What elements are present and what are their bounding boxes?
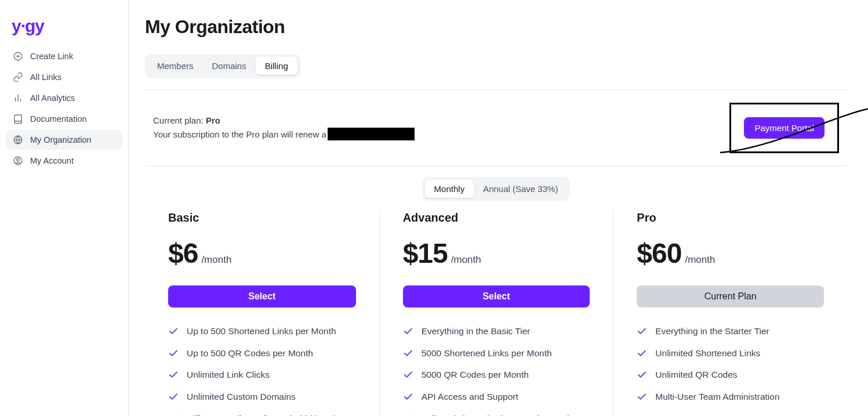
book-icon (13, 114, 23, 124)
feature-text: Everything in the Basic Tier (422, 325, 531, 338)
globe-icon (13, 135, 23, 145)
brand-logo: y·gy (6, 16, 122, 46)
feature-text: 5000 Shortened Links per Month (422, 347, 552, 360)
period-annual[interactable]: Annual (Save 33%) (474, 180, 567, 198)
user-circle-icon (13, 155, 23, 166)
check-icon (637, 370, 647, 380)
nav-documentation[interactable]: Documentation (6, 109, 122, 129)
tab-domains[interactable]: Domains (203, 57, 256, 75)
price-period: /month (451, 254, 481, 266)
current-plan-prefix: Current plan: (153, 115, 206, 125)
feature-text: Full Analytics Suite (Geography, Devices… (422, 413, 590, 416)
price: $15 (403, 237, 448, 269)
check-icon (637, 326, 647, 337)
feature-item: Full Analytics Suite (Geography, Devices… (403, 413, 590, 416)
feature-item: 5000 Shortened Links per Month (403, 347, 590, 360)
feature-text: 5000 QR Codes per Month (422, 368, 529, 381)
price: $6 (168, 237, 198, 269)
feature-text: Everything in the Starter Tier (655, 325, 769, 338)
feature-text: API Access and Support (422, 390, 518, 403)
price-period: /month (201, 254, 231, 266)
check-icon (168, 392, 179, 402)
check-icon (168, 370, 179, 380)
nav-my-organization[interactable]: My Organization (6, 130, 122, 150)
nav-create-link[interactable]: Create Link (6, 46, 122, 66)
feature-item: 5000 QR Codes per Month (403, 368, 590, 381)
feature-item: Up to 500 Shortened Links per Month (168, 325, 356, 338)
billing-period-row: Monthly Annual (Save 33%) (145, 167, 847, 211)
current-plan-info: Current plan: Pro Your subscription to t… (153, 115, 415, 140)
current-plan-row: Current plan: Pro Your subscription to t… (145, 90, 847, 167)
nav-item-label: Documentation (30, 114, 87, 124)
redacted-date (328, 128, 415, 140)
pricing-grid: Basic $6 /month Select Up to 500 Shorten… (145, 211, 847, 416)
feature-text: Multi-User Team Administration (655, 390, 779, 403)
feature-item: Unlimited QR Codes (637, 368, 824, 381)
check-icon (403, 326, 413, 337)
feature-text: Unlimited QR Codes (655, 368, 737, 381)
org-tabs: Members Domains Billing (145, 54, 300, 78)
feature-text: Up to 500 QR Codes per Month (187, 347, 313, 360)
nav-my-account[interactable]: My Account (6, 151, 122, 171)
feature-text: Up to 500 Shortened Links per Month (187, 325, 336, 338)
check-icon (168, 348, 179, 359)
period-monthly[interactable]: Monthly (425, 180, 474, 198)
svg-point-8 (14, 157, 22, 165)
tab-billing[interactable]: Billing (256, 57, 297, 75)
nav-item-label: My Account (30, 156, 74, 165)
feature-text: Unlimited Shortened Links (655, 347, 760, 360)
feature-item: Multi-User Team Administration (637, 390, 824, 403)
nav-all-links[interactable]: All Links (6, 67, 122, 87)
plan-name: Pro (637, 211, 824, 225)
nav-item-label: My Organization (30, 135, 92, 144)
renewal-text: Your subscription to the Pro plan will r… (153, 129, 326, 139)
plan-name: Advanced (403, 211, 590, 225)
feature-text: Different Redirects for Android / iOS / … (187, 413, 356, 416)
plan-name: Basic (168, 211, 356, 225)
feature-text: Unlimited Link Clicks (187, 368, 270, 381)
nav-list: Create Link All Links All Analytics Docu… (6, 46, 122, 171)
price-line: $15 /month (403, 237, 590, 269)
feature-item: Unlimited Shortened Links (637, 347, 824, 360)
plus-circle-icon (13, 51, 23, 62)
nav-item-label: All Analytics (30, 93, 75, 103)
check-icon (637, 392, 647, 402)
price-period: /month (685, 254, 715, 266)
bar-chart-icon (13, 93, 23, 103)
select-basic-button[interactable]: Select (168, 285, 356, 308)
sidebar: y·gy Create Link All Links All Analytics… (0, 0, 129, 416)
check-icon (403, 370, 413, 380)
check-icon (168, 326, 179, 337)
feature-text: Unlimited Custom Domains (187, 390, 296, 403)
feature-item: Unlimited Link Clicks (168, 368, 356, 381)
check-icon (403, 392, 413, 402)
current-plan-name: Pro (206, 115, 220, 125)
feature-list: Everything in the Starter Tier Unlimited… (637, 325, 824, 403)
renewal-line: Your subscription to the Pro plan will r… (153, 128, 415, 140)
check-icon (403, 414, 413, 416)
page-title: My Organization (145, 16, 847, 38)
price-line: $6 /month (168, 237, 356, 269)
link-icon (13, 72, 23, 82)
plan-card-basic: Basic $6 /month Select Up to 500 Shorten… (145, 211, 379, 416)
current-plan-button: Current Plan (637, 285, 824, 308)
check-icon (403, 348, 413, 359)
plan-card-advanced: Advanced $15 /month Select Everything in… (379, 211, 613, 416)
check-icon (637, 348, 647, 359)
current-plan-line: Current plan: Pro (153, 115, 415, 125)
check-icon (168, 414, 179, 416)
feature-item: Different Redirects for Android / iOS / … (168, 413, 356, 416)
select-advanced-button[interactable]: Select (403, 285, 590, 308)
tab-members[interactable]: Members (148, 57, 203, 75)
main-content: My Organization Members Domains Billing … (129, 0, 868, 416)
feature-item: Everything in the Basic Tier (403, 325, 590, 338)
billing-period-toggle: Monthly Annual (Save 33%) (422, 177, 571, 201)
price-line: $60 /month (637, 237, 824, 269)
feature-list: Up to 500 Shortened Links per Month Up t… (168, 325, 356, 416)
nav-all-analytics[interactable]: All Analytics (6, 88, 122, 108)
feature-item: Everything in the Starter Tier (637, 325, 824, 338)
feature-item: API Access and Support (403, 390, 590, 403)
nav-item-label: All Links (30, 73, 61, 82)
nav-item-label: Create Link (30, 52, 73, 61)
payment-portal-button[interactable]: Payment Portal (744, 117, 825, 139)
